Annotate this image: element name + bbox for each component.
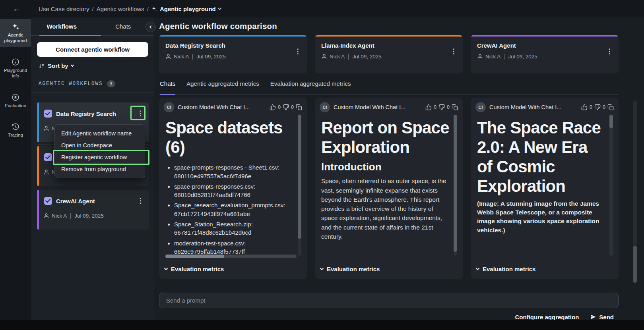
chat-header-actions: 0 0 <box>581 104 614 110</box>
list-item: space-prompts-responses - Sheet1.csv: 68… <box>174 163 295 180</box>
workflow-checkbox[interactable] <box>44 197 52 205</box>
kebab-menu-icon[interactable]: ⋮ <box>136 109 145 118</box>
evaluation-metrics-toggle[interactable]: Evaluation metrics <box>320 259 457 279</box>
kebab-menu-icon[interactable]: ⋮ <box>449 47 458 56</box>
chat-panel-header: CI Custom Model With Chat I... 0 0 <box>471 98 619 115</box>
chevron-down-icon <box>164 266 168 270</box>
chevron-down-icon <box>70 64 74 67</box>
tab-evaluation-aggregated-metrics[interactable]: Evaluation aggregated metrics <box>270 80 351 94</box>
prompt-input[interactable] <box>159 293 619 308</box>
configure-aggregation-button[interactable]: Configure aggregation <box>515 314 579 320</box>
person-icon <box>477 54 483 60</box>
menu-item-edit-workflow-name[interactable]: Edit Agentic workflow name <box>55 127 145 139</box>
scrollbar-thumb[interactable] <box>454 115 457 252</box>
meta-divider <box>348 54 349 60</box>
scrollbar-thumb[interactable] <box>609 115 613 128</box>
copy-icon[interactable] <box>452 104 458 110</box>
workflows-section-header: AGENTIC WORKFLOWS 3 <box>31 75 154 92</box>
workflow-color-bar <box>37 102 39 142</box>
chat-panel-data-registry-search: CI Custom Model With Chat I... 0 0 Space… <box>159 98 307 279</box>
meta-divider <box>504 54 504 60</box>
back-arrow-icon[interactable]: ← <box>11 4 21 14</box>
chevron-down-icon <box>476 266 480 270</box>
breadcrumb-separator: / <box>147 6 149 12</box>
workflow-checkbox[interactable] <box>44 153 52 161</box>
star-circle-icon <box>12 93 19 101</box>
rail-item-playground-info[interactable]: Playground info <box>0 54 31 83</box>
thumbs-up-icon[interactable] <box>425 104 432 110</box>
thumbs-down-icon[interactable] <box>594 104 601 110</box>
model-avatar: CI <box>475 102 486 112</box>
kebab-menu-icon[interactable]: ⋮ <box>293 47 302 56</box>
rail-item-evaluation[interactable]: Evaluation <box>0 90 31 112</box>
breadcrumb-separator: / <box>92 6 94 12</box>
connect-agentic-workflow-button[interactable]: Connect agentic workflow <box>37 42 148 57</box>
chevron-down-icon <box>217 6 221 10</box>
chevron-down-icon <box>320 266 324 270</box>
thumbs-down-icon[interactable] <box>283 104 289 110</box>
page-scrollbar-track <box>633 100 637 283</box>
meta-divider <box>70 213 71 219</box>
model-avatar: CI <box>164 102 174 112</box>
history-icon <box>12 123 19 131</box>
send-button[interactable]: Send <box>590 314 614 320</box>
breadcrumb-use-case-directory[interactable]: Use Case directory <box>39 6 89 12</box>
horizontal-scrollbar-thumb[interactable] <box>165 255 224 258</box>
chat-response-content: The Space Race 2.0: A New Era of Cosmic … <box>471 115 619 259</box>
rail-item-agentic-playground[interactable]: Agentic playground <box>0 19 31 47</box>
main-content: Agentic workflow comparison Data Registr… <box>154 17 644 320</box>
thumbs-up-icon[interactable] <box>270 104 276 110</box>
tab-chats[interactable]: Chats <box>160 80 175 95</box>
sort-icon <box>39 63 45 69</box>
tab-workflows[interactable]: Workflows <box>31 17 93 35</box>
menu-item-remove-from-playground[interactable]: Remove from playground <box>55 163 145 175</box>
chat-panels-row: CI Custom Model With Chat I... 0 0 Space… <box>159 98 619 279</box>
response-heading: Space datasets (6) <box>165 118 295 157</box>
info-icon <box>12 58 19 66</box>
app-window: ← Use Case directory / Agentic workflows… <box>0 0 644 320</box>
sidebar-tabs: Workflows Chats <box>31 17 154 36</box>
breadcrumb-current[interactable]: Agentic playground <box>151 6 221 12</box>
workflow-item-crewai-agent[interactable]: CrewAI Agent ⋮ Nick A Jul 09, 2025 <box>37 190 149 230</box>
copy-icon[interactable] <box>607 104 614 110</box>
window-bottom-edge <box>0 320 644 330</box>
rail-item-tracing[interactable]: Tracing <box>0 119 31 141</box>
evaluation-metrics-toggle[interactable]: Evaluation metrics <box>476 259 613 279</box>
breadcrumb-agentic-workflows[interactable]: Agentic workflows <box>97 6 144 12</box>
person-icon <box>165 54 171 60</box>
card-meta: Nick A Jul 09, 2025 <box>165 54 301 60</box>
chat-panel-crewai-agent: CI Custom Model With Chat I... 0 0 The S… <box>471 98 619 279</box>
collapse-sidebar-button[interactable] <box>145 22 156 32</box>
person-icon <box>43 125 49 131</box>
chat-header-actions: 0 0 <box>425 104 458 110</box>
breadcrumb: Use Case directory / Agentic workflows /… <box>39 0 221 17</box>
list-item: space-prompts-responses.csv: 68010d05281… <box>174 182 295 199</box>
kebab-menu-icon[interactable]: ⋮ <box>136 196 145 206</box>
workflow-checkbox[interactable] <box>44 110 52 118</box>
workflow-meta: Nick A Jul 09, 2025 <box>43 213 149 219</box>
person-icon <box>43 169 49 175</box>
comparison-card-llama-index-agent: Llama-Index Agent Nick A Jul 09, 2025 ⋮ <box>315 35 463 73</box>
response-paragraph: Space, often referred to as outer space,… <box>321 176 451 241</box>
page-scrollbar-thumb[interactable] <box>633 246 637 283</box>
menu-item-register-agentic-workflow[interactable]: Register agentic workflow <box>55 151 145 163</box>
card-meta: Nick A Jul 09, 2025 <box>321 54 456 60</box>
section-title: AGENTIC WORKFLOWS <box>39 81 103 87</box>
evaluation-metrics-toggle[interactable]: Evaluation metrics <box>165 259 301 279</box>
tab-chats[interactable]: Chats <box>93 17 154 35</box>
response-heading: The Space Race 2.0: A New Era of Cosmic … <box>477 118 607 196</box>
card-meta: Nick A Jul 09, 2025 <box>477 54 612 60</box>
sort-by-dropdown[interactable]: Sort by <box>39 62 154 69</box>
tab-agentic-aggregated-metrics[interactable]: Agentic aggregated metrics <box>186 80 259 94</box>
menu-item-open-in-codespace[interactable]: Open in Codespace <box>55 139 145 151</box>
thumbs-down-icon[interactable] <box>438 104 445 110</box>
scrollbar-track <box>609 115 613 256</box>
thumbs-up-icon[interactable] <box>581 104 588 110</box>
list-item: Space_Station_Research.zip: 6678171f48d8… <box>174 220 295 237</box>
scrollbar-thumb[interactable] <box>298 115 301 239</box>
kebab-menu-icon[interactable]: ⋮ <box>605 47 614 56</box>
copy-icon[interactable] <box>296 104 302 110</box>
top-bar: ← Use Case directory / Agentic workflows… <box>0 0 644 17</box>
dataset-list: space-prompts-responses - Sheet1.csv: 68… <box>174 163 295 259</box>
response-subheading: Introduction <box>321 161 451 173</box>
